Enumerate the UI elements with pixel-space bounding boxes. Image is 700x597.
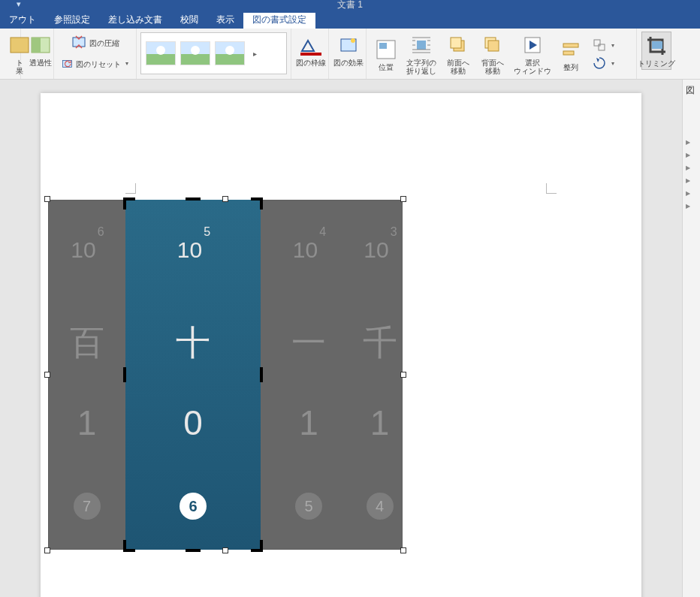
resize-handle[interactable]	[44, 372, 50, 378]
svg-rect-19	[599, 44, 605, 50]
reset-icon	[62, 56, 73, 71]
tab-layout[interactable]: アウト	[0, 12, 45, 29]
send-backward-label: 背面へ 移動	[481, 59, 504, 75]
svg-rect-16	[563, 44, 578, 47]
power-base: 10	[71, 237, 95, 262]
crop-handle[interactable]	[251, 540, 263, 552]
svg-rect-14	[488, 41, 499, 51]
style-thumbnail[interactable]	[215, 41, 245, 65]
crop-handle[interactable]	[260, 367, 263, 382]
reset-label: 図のリセット	[76, 60, 121, 68]
compress-label: 図の圧縮	[89, 39, 119, 47]
selected-image[interactable]: 106 百 1 7 105 十 0 6 104 一 1 5	[48, 200, 403, 550]
crop-handle[interactable]	[123, 367, 126, 382]
kanji-label: 千	[357, 320, 403, 366]
svg-rect-5	[300, 53, 321, 56]
svg-rect-18	[594, 40, 600, 46]
style-thumbnail[interactable]	[146, 41, 176, 65]
power-base: 10	[364, 237, 388, 262]
align-button[interactable]: 整列	[556, 36, 586, 73]
selection-pane-button[interactable]: 選択 ウィンドウ	[511, 32, 554, 77]
crop-handle[interactable]	[251, 197, 263, 210]
transparency-label: 透過性	[29, 59, 52, 67]
resize-handle[interactable]	[400, 547, 406, 553]
reset-picture-button[interactable]: 図のリセット ▾	[59, 56, 131, 72]
pane-section[interactable]: ▶	[683, 136, 700, 149]
ribbon-tabs: アウト 参照設定 差し込み文書 校閲 表示 図の書式設定	[0, 13, 700, 29]
position-button[interactable]: 位置	[371, 36, 401, 73]
crop-handle[interactable]	[186, 197, 201, 201]
gallery-more-icon[interactable]: ▸	[249, 50, 260, 58]
tab-mailings[interactable]: 差し込み文書	[99, 12, 171, 29]
svg-rect-2	[32, 38, 41, 53]
document-area[interactable]: 106 百 1 7 105 十 0 6 104 一 1 5	[0, 80, 682, 597]
compress-pictures-button[interactable]: 図の圧縮	[59, 35, 131, 50]
pane-section[interactable]: ▶	[683, 161, 700, 174]
ribbon: ト 果 透過性 図の圧縮 図のリセット ▾	[0, 29, 700, 80]
ribbon-group-crop: トリミング	[637, 29, 676, 79]
crop-handle[interactable]	[186, 549, 201, 552]
picture-effects-icon	[336, 33, 361, 57]
picture-border-button[interactable]: 図の枠線	[296, 32, 326, 68]
svg-point-7	[351, 38, 355, 43]
format-picture-pane[interactable]: 図 ▶ ▶ ▶ ▶ ▶ ▶	[682, 80, 700, 597]
tab-references[interactable]: 参照設定	[45, 12, 99, 29]
resize-handle[interactable]	[44, 196, 50, 202]
tab-view[interactable]: 表示	[207, 12, 243, 29]
pane-section[interactable]: ▶	[683, 200, 700, 213]
crop-handle[interactable]	[123, 540, 135, 552]
wrap-text-button[interactable]: 文字列の 折り返し	[403, 32, 440, 77]
kanji-label: 一	[261, 320, 357, 366]
crop-label: トリミング	[638, 59, 675, 68]
send-backward-button[interactable]: 背面へ 移動	[476, 32, 509, 77]
svg-rect-17	[563, 51, 574, 55]
document-title: 文書 1	[337, 0, 363, 11]
ribbon-group-compress-reset: 図の圧縮 図のリセット ▾	[54, 29, 137, 79]
svg-rect-12	[451, 38, 461, 48]
tab-review[interactable]: 校閲	[171, 12, 207, 29]
ribbon-group-transparency: 透過性	[21, 29, 54, 79]
ribbon-group-styles: ▸	[137, 29, 291, 79]
transparency-button[interactable]: 透過性	[26, 32, 56, 68]
digit-label: 1	[261, 403, 357, 443]
align-label: 整列	[563, 63, 578, 71]
style-thumbnail[interactable]	[180, 41, 210, 65]
crop-icon	[644, 34, 668, 58]
chevron-right-icon: ▶	[686, 203, 690, 210]
svg-rect-9	[379, 43, 387, 49]
svg-rect-20	[652, 41, 662, 49]
resize-handle[interactable]	[400, 196, 406, 202]
margin-guide-icon	[546, 183, 557, 194]
chevron-right-icon: ▶	[686, 139, 690, 146]
kanji-label: 百	[48, 320, 125, 366]
pane-section[interactable]: ▶	[683, 187, 700, 200]
picture-styles-gallery[interactable]: ▸	[140, 32, 287, 74]
pane-title: 図	[683, 80, 700, 101]
pane-section[interactable]: ▶	[683, 174, 700, 187]
margin-guide-icon	[125, 183, 136, 194]
chevron-right-icon: ▶	[686, 177, 690, 184]
crop-region[interactable]	[125, 200, 261, 550]
ribbon-group-border: 図の枠線	[291, 29, 329, 79]
resize-handle[interactable]	[44, 547, 50, 553]
position-icon	[374, 38, 398, 62]
bring-forward-button[interactable]: 前面へ 移動	[442, 32, 475, 77]
resize-handle[interactable]	[400, 372, 406, 378]
wrap-text-label: 文字列の 折り返し	[406, 59, 436, 75]
picture-effects-button[interactable]: 図の効果	[333, 32, 364, 68]
crop-handle[interactable]	[123, 197, 135, 210]
chevron-down-icon[interactable]: ▾	[125, 60, 128, 67]
picture-border-icon	[299, 33, 323, 57]
compress-icon	[71, 35, 86, 50]
pane-section[interactable]: ▶	[683, 149, 700, 161]
chevron-down-icon: ▾	[611, 60, 614, 67]
group-button[interactable]: ▾	[589, 37, 617, 53]
rotate-button[interactable]: ▾	[589, 55, 617, 71]
power-exp: 6	[98, 225, 104, 238]
qat-dropdown-icon[interactable]: ▾	[17, 0, 21, 9]
index-circle: 7	[74, 493, 101, 520]
document-page[interactable]: 106 百 1 7 105 十 0 6 104 一 1 5	[41, 93, 641, 597]
crop-button[interactable]: トリミング	[641, 32, 671, 70]
tab-picture-format[interactable]: 図の書式設定	[243, 12, 315, 29]
transparency-icon	[29, 33, 53, 57]
